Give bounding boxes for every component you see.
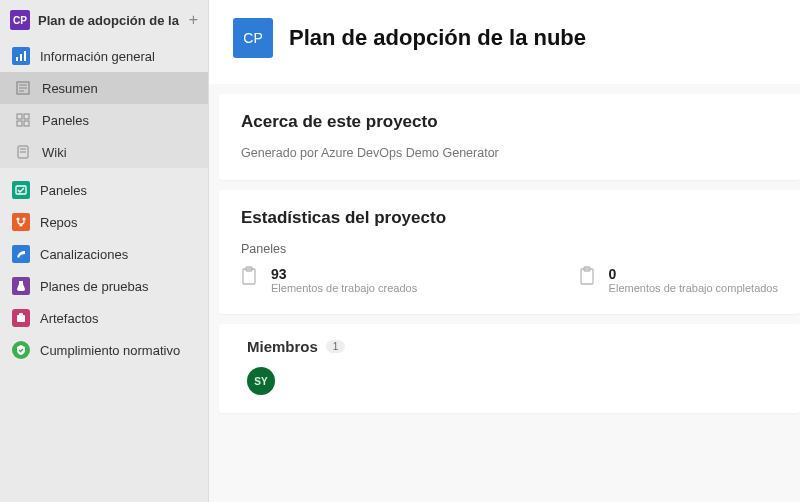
nav-artifacts[interactable]: Artefactos xyxy=(0,302,208,334)
project-header: CP Plan de adopción de la nube xyxy=(209,0,800,84)
overview-icon xyxy=(12,47,30,65)
svg-rect-9 xyxy=(17,121,22,126)
nav-summary[interactable]: Resumen xyxy=(0,72,208,104)
svg-rect-7 xyxy=(17,114,22,119)
compliance-icon xyxy=(12,341,30,359)
nav-dashboards[interactable]: Paneles xyxy=(0,104,208,136)
nav-overview-label: Información general xyxy=(40,49,155,64)
wiki-icon xyxy=(14,143,32,161)
dashboards-icon xyxy=(14,111,32,129)
nav-testplans-label: Planes de pruebas xyxy=(40,279,148,294)
sidebar: CP Plan de adopción de la nube + Informa… xyxy=(0,0,209,502)
summary-icon xyxy=(14,79,32,97)
nav-compliance[interactable]: Cumplimiento normativo xyxy=(0,334,208,366)
nav-boards[interactable]: Paneles xyxy=(0,174,208,206)
nav-overview[interactable]: Información general xyxy=(0,40,208,72)
testplans-icon xyxy=(12,277,30,295)
nav-dashboards-label: Paneles xyxy=(42,113,89,128)
pipelines-icon xyxy=(12,245,30,263)
svg-rect-0 xyxy=(16,57,18,61)
project-header-badge: CP xyxy=(233,18,273,58)
stat-completed-value: 0 xyxy=(609,266,778,282)
svg-rect-18 xyxy=(17,315,25,322)
about-card: Acerca de este proyecto Generado por Azu… xyxy=(219,94,800,180)
nav-compliance-label: Cumplimiento normativo xyxy=(40,343,180,358)
nav-testplans[interactable]: Planes de pruebas xyxy=(0,270,208,302)
stats-title: Estadísticas del proyecto xyxy=(241,208,778,228)
members-title: Miembros xyxy=(247,338,318,355)
nav-repos[interactable]: Repos xyxy=(0,206,208,238)
stat-completed: 0 Elementos de trabajo completados xyxy=(579,266,778,294)
stat-created-label: Elementos de trabajo creados xyxy=(271,282,417,294)
about-description: Generado por Azure DevOps Demo Generator xyxy=(241,146,778,160)
clipboard-icon xyxy=(241,266,261,288)
boards-icon xyxy=(12,181,30,199)
project-badge: CP xyxy=(10,10,30,30)
svg-rect-1 xyxy=(20,54,22,61)
nav-pipelines-label: Canalizaciones xyxy=(40,247,128,262)
clipboard-icon xyxy=(579,266,599,288)
about-title: Acerca de este proyecto xyxy=(241,112,778,132)
nav-boards-label: Paneles xyxy=(40,183,87,198)
nav-artifacts-label: Artefactos xyxy=(40,311,99,326)
svg-rect-2 xyxy=(24,51,26,61)
svg-rect-10 xyxy=(24,121,29,126)
project-header-title: Plan de adopción de la nube xyxy=(289,25,586,51)
nav-wiki[interactable]: Wiki xyxy=(0,136,208,168)
repos-icon xyxy=(12,213,30,231)
artifacts-icon xyxy=(12,309,30,327)
svg-rect-19 xyxy=(19,313,23,316)
nav-summary-label: Resumen xyxy=(42,81,98,96)
member-avatar[interactable]: SY xyxy=(247,367,275,395)
nav-repos-label: Repos xyxy=(40,215,78,230)
nav-pipelines[interactable]: Canalizaciones xyxy=(0,238,208,270)
svg-rect-8 xyxy=(24,114,29,119)
svg-rect-14 xyxy=(16,186,26,194)
stat-created: 93 Elementos de trabajo creados xyxy=(241,266,417,294)
project-switcher[interactable]: CP Plan de adopción de la nube + xyxy=(0,4,208,40)
nav-wiki-label: Wiki xyxy=(42,145,67,160)
stats-section-label: Paneles xyxy=(241,242,778,256)
main-content: CP Plan de adopción de la nube Acerca de… xyxy=(209,0,800,502)
stat-created-value: 93 xyxy=(271,266,417,282)
members-card: Miembros 1 SY xyxy=(219,324,800,413)
stat-completed-label: Elementos de trabajo completados xyxy=(609,282,778,294)
stats-card: Estadísticas del proyecto Paneles 93 Ele… xyxy=(219,190,800,314)
add-project-icon[interactable]: + xyxy=(189,12,198,28)
members-count-badge: 1 xyxy=(326,340,346,353)
project-name: Plan de adopción de la nube xyxy=(38,13,181,28)
